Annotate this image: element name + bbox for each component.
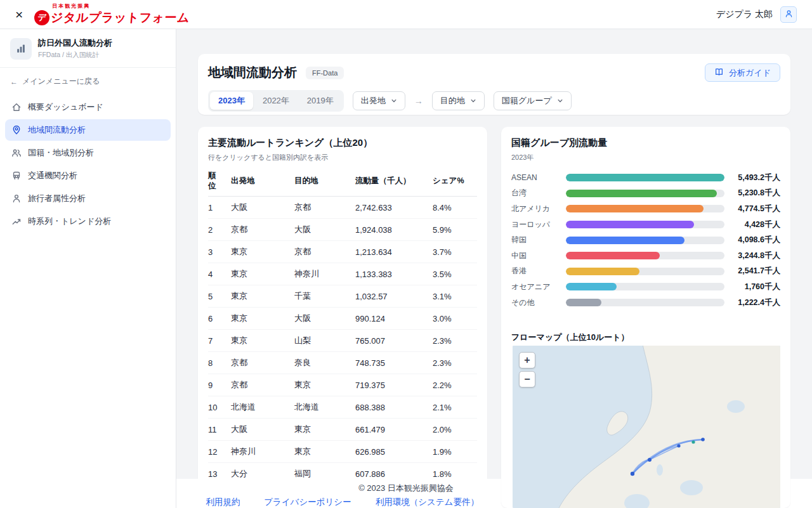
bar-label: 韓国 bbox=[511, 235, 566, 245]
destination-cell: 東京 bbox=[294, 424, 355, 435]
nationality-bar-chart: ASEAN5,493.2千人台湾5,230.8千人北アメリカ4,774.5千人ヨ… bbox=[511, 170, 780, 310]
bar-fill bbox=[566, 237, 684, 244]
sidebar-item-overview-dashboard[interactable]: 概要ダッシュボード bbox=[5, 96, 171, 118]
logo-small-text: 日本観光振興 bbox=[52, 3, 190, 10]
bar-row: オセアニア1,760千人 bbox=[511, 279, 780, 295]
bar-track bbox=[566, 299, 724, 306]
sidebar-item-nationality-region[interactable]: 国籍・地域別分析 bbox=[5, 142, 171, 164]
bar-row: 香港2,541.7千人 bbox=[511, 264, 780, 280]
origin-cell: 北海道 bbox=[231, 401, 294, 413]
sidebar-item-time-series-trend[interactable]: 時系列・トレンド分析 bbox=[5, 211, 171, 232]
bar-fill bbox=[566, 221, 694, 228]
ranking-row[interactable]: 5東京千葉1,032.573.1% bbox=[208, 285, 477, 308]
share-cell: 8.4% bbox=[433, 203, 477, 212]
bar-fill bbox=[566, 205, 704, 212]
volume-cell: 661.479 bbox=[355, 425, 433, 434]
origin-cell: 大分 bbox=[231, 468, 294, 479]
ranking-row[interactable]: 8京都奈良748.7352.3% bbox=[208, 352, 477, 374]
bar-label: ヨーロッパ bbox=[511, 219, 566, 230]
sidebar-item-regional-flow[interactable]: 地域間流動分析 bbox=[5, 119, 171, 141]
book-icon bbox=[714, 67, 724, 79]
traveler-icon bbox=[11, 193, 22, 204]
volume-cell: 990.124 bbox=[355, 314, 433, 323]
nationality-group-dropdown[interactable]: 国籍グループ bbox=[494, 91, 572, 110]
close-button[interactable]: × bbox=[15, 8, 23, 21]
volume-cell: 1,924.038 bbox=[355, 225, 433, 235]
destination-cell: 大阪 bbox=[294, 224, 355, 235]
ranking-row[interactable]: 10北海道北海道688.3882.1% bbox=[208, 396, 477, 419]
nationality-chart-title: 国籍グループ別流動量 bbox=[511, 137, 780, 149]
chevron-down-icon bbox=[470, 96, 476, 106]
origin-cell: 神奈川 bbox=[231, 446, 294, 457]
ranking-row[interactable]: 1大阪京都2,742.6338.4% bbox=[208, 197, 477, 219]
year-tab-2019年[interactable]: 2019年 bbox=[299, 92, 342, 110]
user-icon bbox=[784, 9, 794, 20]
bar-fill bbox=[566, 283, 617, 290]
rank-cell: 9 bbox=[208, 381, 231, 390]
origin-cell: 京都 bbox=[231, 379, 294, 391]
year-tab-2023年[interactable]: 2023年 bbox=[210, 92, 253, 110]
destination-cell: 神奈川 bbox=[294, 268, 355, 280]
sidebar-app-subtitle: FFData / 出入国統計 bbox=[38, 51, 112, 60]
origin-cell: 京都 bbox=[231, 357, 294, 368]
share-cell: 3.0% bbox=[433, 314, 477, 323]
year-tab-2022年[interactable]: 2022年 bbox=[254, 92, 298, 110]
sidebar-item-traveler-attributes[interactable]: 旅行者属性分析 bbox=[5, 188, 171, 209]
origin-cell: 東京 bbox=[231, 268, 294, 280]
footer-link[interactable]: 利用環境（システム要件） bbox=[376, 497, 479, 508]
bar-label: 香港 bbox=[511, 266, 566, 277]
bar-value: 5,493.2千人 bbox=[724, 173, 780, 183]
user-avatar-button[interactable] bbox=[780, 6, 797, 23]
analysis-guide-label: 分析ガイド bbox=[729, 67, 771, 79]
sidebar-item-label: 旅行者属性分析 bbox=[28, 193, 86, 204]
ranking-row[interactable]: 2京都大阪1,924.0385.9% bbox=[208, 219, 477, 241]
ranking-row[interactable]: 6東京大阪990.1243.0% bbox=[208, 308, 477, 330]
map-zoom-controls: + − bbox=[519, 352, 535, 388]
ranking-row[interactable]: 4東京神奈川1,133.3833.5% bbox=[208, 263, 477, 285]
volume-cell: 765.007 bbox=[355, 336, 433, 346]
ranking-subtitle: 行をクリックすると国籍別内訳を表示 bbox=[208, 153, 477, 162]
top-header: × 日本観光振興 デ ジタルプラットフォーム デジプラ 太郎 bbox=[0, 0, 812, 29]
sidebar-item-transport[interactable]: 交通機関分析 bbox=[5, 165, 171, 186]
year-tabs: 2023年2022年2019年 bbox=[208, 90, 344, 112]
ranking-row[interactable]: 3東京京都1,213.6343.7% bbox=[208, 241, 477, 263]
origin-dropdown[interactable]: 出発地 bbox=[353, 91, 405, 110]
sidebar-item-label: 国籍・地域別分析 bbox=[28, 147, 94, 159]
rank-cell: 6 bbox=[208, 314, 231, 323]
bar-row: その他1,222.4千人 bbox=[511, 295, 780, 311]
bar-fill bbox=[566, 268, 639, 275]
ranking-row[interactable]: 7東京山梨765.0072.3% bbox=[208, 330, 477, 352]
bar-track bbox=[566, 237, 724, 244]
destination-cell: 東京 bbox=[294, 446, 355, 457]
zoom-out-button[interactable]: − bbox=[519, 371, 535, 388]
nationality-volume-card: 国籍グループ別流動量 2023年 ASEAN5,493.2千人台湾5,230.8… bbox=[501, 127, 790, 508]
nationality-group-dropdown-label: 国籍グループ bbox=[502, 95, 552, 107]
share-cell: 1.8% bbox=[433, 469, 477, 479]
footer-link[interactable]: 利用規約 bbox=[206, 497, 240, 508]
ranking-title: 主要流動ルートランキング（上位20） bbox=[208, 137, 477, 149]
analysis-guide-button[interactable]: 分析ガイド bbox=[705, 63, 780, 82]
back-to-main-menu-link[interactable]: ← メインメニューに戻る bbox=[0, 68, 176, 93]
rank-cell: 7 bbox=[208, 336, 231, 346]
zoom-in-button[interactable]: + bbox=[519, 352, 535, 368]
bar-track bbox=[566, 252, 724, 259]
rank-cell: 13 bbox=[208, 469, 231, 479]
rank-cell: 5 bbox=[208, 292, 231, 301]
ranking-row[interactable]: 12神奈川東京626.9851.9% bbox=[208, 441, 477, 463]
column-header: 順位 bbox=[208, 171, 231, 191]
column-header: 出発地 bbox=[231, 176, 294, 186]
share-cell: 2.0% bbox=[433, 425, 477, 434]
bar-label: ASEAN bbox=[511, 173, 566, 182]
ranking-row[interactable]: 9京都東京719.3752.2% bbox=[208, 374, 477, 396]
bar-label: その他 bbox=[511, 297, 566, 308]
bar-track bbox=[566, 190, 724, 197]
bar-row: 中国3,244.8千人 bbox=[511, 248, 780, 264]
bar-value: 4,098.6千人 bbox=[724, 235, 780, 245]
ranking-row[interactable]: 11大阪東京661.4792.0% bbox=[208, 419, 477, 441]
destination-dropdown[interactable]: 目的地 bbox=[432, 91, 485, 110]
flow-map[interactable]: + − bbox=[513, 346, 780, 508]
main-content: 地域間流動分析 FF-Data 分析ガイド 2023年2022年2019年 出発… bbox=[176, 29, 812, 508]
footer-link[interactable]: プライバシーポリシー bbox=[264, 497, 351, 508]
column-header: 流動量（千人） bbox=[355, 176, 433, 186]
volume-cell: 626.985 bbox=[355, 447, 433, 457]
